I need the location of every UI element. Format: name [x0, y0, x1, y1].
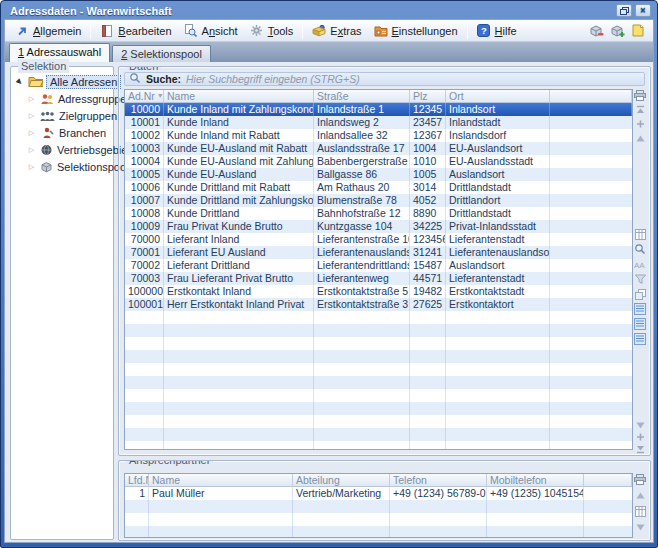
titlebar[interactable]: Adressdaten - Warenwirtschaft ×	[4, 1, 654, 19]
table-row[interactable]: 70000Lieferant InlandLieferantenstraße 1…	[125, 233, 632, 246]
layout-list-icon[interactable]	[634, 303, 646, 315]
column-header-telefon[interactable]: Telefon	[390, 474, 487, 487]
printer-icon[interactable]	[634, 89, 646, 101]
tree-item-selektionspools[interactable]: ▷Selektionspools	[13, 158, 111, 175]
layout-list-icon[interactable]	[634, 333, 646, 345]
cell	[314, 376, 410, 389]
column-header-name[interactable]: Name	[164, 90, 314, 103]
table-row[interactable]: 100000Erstkontakt InlandErstkontaktstraß…	[125, 285, 632, 298]
copy-icon[interactable]	[634, 288, 646, 300]
up-icon[interactable]	[634, 132, 646, 144]
selection-tree: ▶Alle Adressen▷Adressgruppen▷Zielgruppen…	[13, 73, 111, 537]
down-icon[interactable]	[634, 419, 646, 431]
tree-item-zielgruppen[interactable]: ▷Zielgruppen	[13, 107, 111, 124]
search-input[interactable]: Hier Suchbegriff eingeben (STRG+S)	[186, 73, 360, 85]
columns-icon[interactable]	[634, 228, 646, 240]
cell: 10005	[125, 168, 164, 181]
table-row[interactable]: 10004Kunde EU-Ausland mit Zahlungskondti…	[125, 155, 632, 168]
up-icon[interactable]	[634, 489, 646, 501]
menu-bearbeiten[interactable]: Bearbeiten	[94, 22, 177, 39]
cell: 10007	[125, 194, 164, 207]
tree-item-adressgruppen[interactable]: ▷Adressgruppen	[13, 90, 111, 107]
cell	[164, 415, 314, 428]
data-groupbox: Daten Suche: Hier Suchbegriff eingeben (…	[118, 66, 651, 456]
column-header-lfd-nr-[interactable]: Lfd.Nr.	[125, 474, 149, 487]
menu-allgemein[interactable]: Allgemein	[9, 22, 87, 39]
table-row[interactable]: 10002Kunde Inland mit RabattInlandsallee…	[125, 129, 632, 142]
restore-button[interactable]	[616, 4, 632, 17]
cell	[125, 350, 164, 363]
columns-icon[interactable]	[634, 505, 646, 517]
cell: Privat-Inlandsstadt	[446, 220, 550, 233]
table-row[interactable]: 70001Lieferant EU AuslandLieferantenausl…	[125, 246, 632, 259]
column-header-abteilung[interactable]: Abteilung	[293, 474, 390, 487]
note-icon[interactable]	[630, 23, 646, 38]
tree-item-alle-adressen[interactable]: ▶Alle Adressen	[13, 73, 111, 90]
table-row[interactable]: 100001Herr Erstkontakt Inland PrivatErst…	[125, 298, 632, 311]
column-header-mobiltelefon[interactable]: Mobiltelefon	[487, 474, 584, 487]
layout-list-icon[interactable]	[634, 318, 646, 330]
last-row-icon[interactable]	[634, 443, 646, 455]
collapsed-arrow-icon[interactable]: ▷	[27, 129, 36, 137]
tree-item-vertriebsgebiete[interactable]: ▷Vertriebsgebiete	[13, 141, 111, 158]
cell	[446, 428, 550, 441]
down-icon[interactable]	[634, 521, 646, 533]
address-groups-icon	[40, 93, 54, 105]
column-header-label: Straße	[317, 90, 349, 102]
collapsed-arrow-icon[interactable]: ▷	[27, 146, 36, 154]
collapsed-arrow-icon[interactable]: ▷	[27, 95, 36, 103]
menu-ansicht[interactable]: Ansicht	[178, 22, 244, 39]
plus-icon[interactable]	[634, 431, 646, 443]
menu-extras[interactable]: Extras	[306, 22, 367, 39]
column-header-ad-nr[interactable]: Ad.Nr▼	[125, 90, 164, 103]
table-row-empty	[125, 526, 632, 538]
collapsed-arrow-icon[interactable]: ▷	[27, 163, 36, 171]
close-button[interactable]: ×	[635, 4, 651, 17]
printer-icon[interactable]	[634, 473, 646, 485]
cell	[446, 415, 550, 428]
table-row[interactable]: 10000Kunde Inland mit Zahlungskondition …	[125, 103, 632, 116]
search-icon[interactable]	[634, 243, 646, 255]
package-remove-icon[interactable]	[588, 23, 604, 38]
tab-2-selektionspool[interactable]: 2 Selektionspool	[112, 45, 211, 62]
address-grid-toolbar: AA	[633, 89, 647, 454]
tree-item-branchen[interactable]: ▷Branchen	[13, 124, 111, 141]
cell-filler	[550, 194, 632, 207]
column-header-ort[interactable]: Ort	[446, 90, 550, 103]
cell-filler	[584, 487, 632, 500]
cell	[390, 513, 487, 526]
table-row[interactable]: 10008Kunde DrittlandBahnhofstraße 128890…	[125, 207, 632, 220]
column-header-name[interactable]: Name	[149, 474, 293, 487]
table-row[interactable]: 10001Kunde InlandInlandsweg 223457Inland…	[125, 116, 632, 129]
cell: 1004	[410, 142, 446, 155]
table-row[interactable]: 10009Frau Privat Kunde BruttoKuntzgasse …	[125, 220, 632, 233]
column-header-stra-e[interactable]: Straße	[314, 90, 410, 103]
fontsize-icon[interactable]: AA	[634, 258, 646, 270]
package-add-icon[interactable]	[609, 23, 625, 38]
collapsed-arrow-icon[interactable]: ▷	[27, 112, 36, 120]
table-row[interactable]: 1Paul MüllerVertrieb/Marketing+49 (1234)…	[125, 487, 632, 500]
cell: Babenbergerstraße 125	[314, 155, 410, 168]
table-row[interactable]: 10006Kunde Drittland mit RabattAm Rathau…	[125, 181, 632, 194]
cell: Lieferantenstadt	[446, 272, 550, 285]
table-row[interactable]: 10003Kunde EU-Ausland mit RabattAuslands…	[125, 142, 632, 155]
cell	[164, 428, 314, 441]
expanded-arrow-icon[interactable]: ▶	[13, 75, 25, 87]
folder-open-icon	[28, 75, 43, 88]
table-row[interactable]: 10007Kunde Drittland mit Zahlungskonditi…	[125, 194, 632, 207]
cell: Erstkontaktstraße 3	[314, 298, 410, 311]
column-header-plz[interactable]: Plz	[410, 90, 446, 103]
first-row-icon[interactable]	[634, 104, 646, 116]
cell	[164, 324, 314, 337]
cell	[125, 311, 164, 324]
menu-tools[interactable]: Tools	[244, 22, 300, 39]
menu-einstellungen[interactable]: Einstellungen	[368, 22, 464, 39]
table-row[interactable]: 70003Frau Lieferant Privat BruttoLiefera…	[125, 272, 632, 285]
plus-icon[interactable]	[634, 118, 646, 130]
filter-icon[interactable]	[634, 273, 646, 285]
table-row[interactable]: 10005Kunde EU-AuslandBallgasse 861005Aus…	[125, 168, 632, 181]
cell: 70001	[125, 246, 164, 259]
menu-hilfe[interactable]: ?Hilfe	[471, 22, 523, 39]
cell: Lieferantendrittlandsstraße 65	[314, 259, 410, 272]
table-row[interactable]: 70002Lieferant DrittlandLieferantendritt…	[125, 259, 632, 272]
